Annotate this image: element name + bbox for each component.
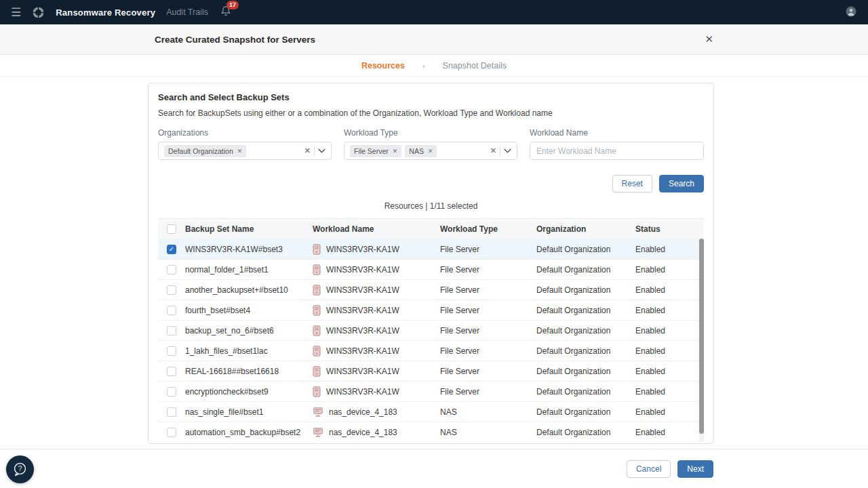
next-button[interactable]: Next bbox=[677, 460, 713, 478]
table-scrollbar[interactable] bbox=[699, 239, 704, 442]
step-resources[interactable]: Resources bbox=[361, 61, 405, 70]
workload-type-chips: File Server✕NAS✕ bbox=[350, 145, 437, 157]
status: Enabled bbox=[635, 346, 704, 356]
close-icon[interactable]: ✕ bbox=[705, 33, 713, 45]
wizard-steps: Resources › Snapshot Details bbox=[0, 55, 868, 77]
chevron-down-icon[interactable] bbox=[504, 148, 511, 153]
divider bbox=[500, 146, 500, 156]
row-checkbox[interactable] bbox=[167, 326, 176, 336]
help-bubble-icon: ? bbox=[12, 461, 28, 478]
hamburger-menu-icon[interactable]: ☰ bbox=[11, 7, 21, 18]
file-server-icon bbox=[313, 325, 321, 336]
table-row[interactable]: ✓WINS3RV3R-KA1W#bset3WINS3RV3R-KA1WFile … bbox=[158, 239, 704, 259]
organizations-select[interactable]: Default Organization✕ ✕ bbox=[158, 142, 332, 160]
filter-chip: Default Organization✕ bbox=[164, 145, 246, 157]
status: Enabled bbox=[635, 306, 704, 315]
organization: Default Organization bbox=[536, 326, 635, 336]
workload-name: nas_device_4_183 bbox=[329, 428, 397, 437]
backup-set-name: automation_smb_backup#bset2 bbox=[185, 428, 313, 437]
backup-set-name: 1_lakh_files_#bset1lac bbox=[185, 346, 313, 356]
organizations-label: Organizations bbox=[158, 128, 332, 138]
workload-name: WINS3RV3R-KA1W bbox=[326, 387, 399, 396]
reset-button[interactable]: Reset bbox=[612, 175, 652, 192]
divider bbox=[314, 146, 315, 156]
clear-icon[interactable]: ✕ bbox=[304, 146, 311, 155]
modal-header: Create Curated Snapshot for Servers ✕ bbox=[0, 24, 868, 55]
row-checkbox[interactable] bbox=[167, 306, 176, 315]
organization: Default Organization bbox=[536, 407, 635, 417]
row-checkbox[interactable]: ✓ bbox=[167, 245, 176, 254]
workload-name: WINS3RV3R-KA1W bbox=[326, 265, 399, 274]
cancel-button[interactable]: Cancel bbox=[627, 460, 671, 478]
card-description: Search for BackupSets using either or a … bbox=[158, 108, 704, 118]
workload-name: WINS3RV3R-KA1W bbox=[326, 367, 399, 376]
column-header-status[interactable]: Status bbox=[635, 224, 704, 234]
table-row[interactable]: normal_folder_1#bset1WINS3RV3R-KA1WFile … bbox=[158, 259, 704, 279]
backup-set-name: REAL-16618##bset16618 bbox=[185, 367, 313, 376]
organization: Default Organization bbox=[536, 265, 635, 274]
column-header-organization[interactable]: Organization bbox=[536, 224, 635, 234]
clear-icon[interactable]: ✕ bbox=[490, 146, 496, 155]
backup-set-name: WINS3RV3R-KA1W#bset3 bbox=[185, 245, 313, 254]
chevron-down-icon[interactable] bbox=[318, 148, 326, 153]
workload-name-label: Workload Name bbox=[530, 128, 704, 138]
top-navbar: ☰ Ransomware Recovery Audit Trails 17 bbox=[0, 0, 868, 24]
table-row[interactable]: backup_set_no_6#bset6WINS3RV3R-KA1WFile … bbox=[158, 320, 704, 340]
workload-type: NAS bbox=[440, 428, 536, 437]
table-row[interactable]: fourth_bset#bset4WINS3RV3R-KA1WFile Serv… bbox=[158, 300, 704, 320]
file-server-icon bbox=[313, 366, 321, 377]
column-header-workload-name[interactable]: Workload Name bbox=[313, 224, 440, 234]
search-button[interactable]: Search bbox=[659, 175, 704, 192]
row-checkbox[interactable] bbox=[167, 265, 176, 274]
row-checkbox[interactable] bbox=[167, 285, 176, 295]
file-server-icon bbox=[313, 346, 321, 357]
status: Enabled bbox=[635, 326, 704, 336]
table-row[interactable]: 1_lakh_files_#bset1lacWINS3RV3R-KA1WFile… bbox=[158, 340, 704, 361]
row-checkbox[interactable] bbox=[167, 346, 176, 356]
table-row[interactable]: REAL-16618##bset16618WINS3RV3R-KA1WFile … bbox=[158, 361, 704, 381]
status: Enabled bbox=[635, 387, 704, 396]
user-avatar[interactable] bbox=[845, 5, 857, 20]
table-row[interactable]: encryptioncheck#bset9WINS3RV3R-KA1WFile … bbox=[158, 381, 704, 401]
modal-footer: Cancel Next bbox=[0, 449, 868, 488]
status: Enabled bbox=[635, 407, 704, 417]
row-checkbox[interactable] bbox=[167, 428, 176, 437]
workload-name: WINS3RV3R-KA1W bbox=[326, 306, 399, 315]
workload-type: File Server bbox=[440, 285, 536, 295]
organization: Default Organization bbox=[536, 428, 635, 437]
row-checkbox[interactable] bbox=[167, 407, 176, 417]
column-header-workload-type[interactable]: Workload Type bbox=[440, 224, 536, 234]
workload-type: File Server bbox=[440, 326, 536, 336]
column-header-backup-set-name[interactable]: Backup Set Name bbox=[185, 224, 313, 234]
row-checkbox[interactable] bbox=[167, 387, 176, 396]
workload-name: WINS3RV3R-KA1W bbox=[326, 285, 399, 295]
workload-name-input[interactable] bbox=[530, 142, 704, 160]
app-title: Ransomware Recovery bbox=[56, 7, 155, 18]
workload-type: File Server bbox=[440, 306, 536, 315]
workload-type: File Server bbox=[440, 245, 536, 254]
nav-link-audit-trails[interactable]: Audit Trails bbox=[166, 7, 208, 17]
help-button[interactable]: ? bbox=[6, 455, 34, 483]
table-row[interactable]: another_backupset+#bset10WINS3RV3R-KA1WF… bbox=[158, 279, 704, 300]
card-heading: Search and Select Backup Sets bbox=[158, 92, 704, 102]
table-body: ✓WINS3RV3R-KA1W#bset3WINS3RV3R-KA1WFile … bbox=[158, 239, 704, 442]
select-all-checkbox[interactable] bbox=[167, 224, 176, 234]
backup-set-name: another_backupset+#bset10 bbox=[185, 285, 313, 295]
chip-remove-icon[interactable]: ✕ bbox=[428, 148, 433, 155]
workload-type-select[interactable]: File Server✕NAS✕ ✕ bbox=[344, 142, 517, 160]
organization: Default Organization bbox=[536, 306, 635, 315]
table-row[interactable]: nas_single_file#bset1nas_device_4_183NAS… bbox=[158, 401, 704, 422]
backup-set-name: nas_single_file#bset1 bbox=[185, 407, 313, 417]
chip-remove-icon[interactable]: ✕ bbox=[237, 148, 243, 155]
chip-label: NAS bbox=[409, 147, 424, 155]
table-row[interactable]: automation_smb_backup#bset2nas_device_4_… bbox=[158, 422, 704, 442]
resources-selected-summary: Resources | 1/11 selected bbox=[158, 201, 704, 211]
organization: Default Organization bbox=[536, 387, 635, 396]
scrollbar-thumb[interactable] bbox=[699, 239, 704, 434]
row-checkbox[interactable] bbox=[167, 367, 176, 376]
notifications-button[interactable]: 17 bbox=[220, 5, 231, 19]
chip-remove-icon[interactable]: ✕ bbox=[393, 148, 398, 155]
app-logo-icon[interactable] bbox=[32, 6, 45, 19]
status: Enabled bbox=[635, 428, 704, 437]
step-snapshot-details[interactable]: Snapshot Details bbox=[443, 61, 507, 70]
